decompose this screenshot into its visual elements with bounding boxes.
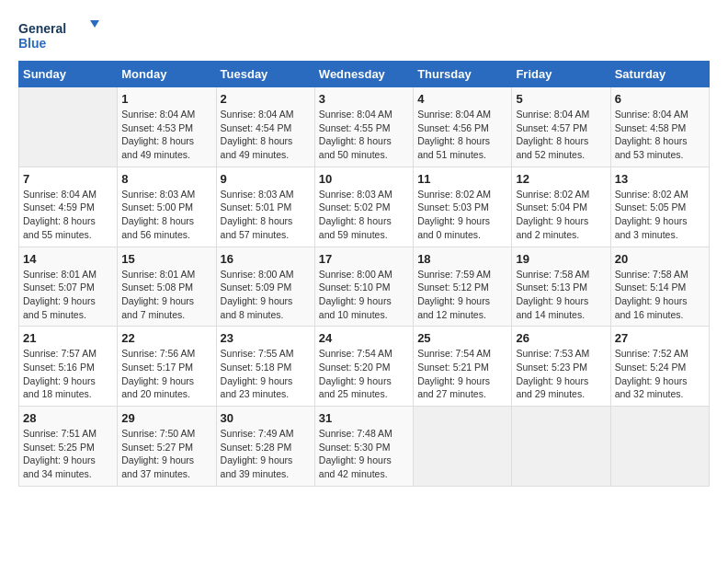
day-number: 4 — [417, 92, 507, 106]
header: General Blue — [18, 18, 710, 52]
day-cell: 25Sunrise: 7:54 AMSunset: 5:21 PMDayligh… — [414, 327, 512, 407]
day-cell: 14Sunrise: 8:01 AMSunset: 5:07 PMDayligh… — [19, 247, 118, 327]
day-info: Sunrise: 8:04 AMSunset: 4:57 PMDaylight:… — [516, 108, 606, 162]
day-number: 29 — [121, 411, 211, 425]
day-cell: 20Sunrise: 7:58 AMSunset: 5:14 PMDayligh… — [610, 247, 709, 327]
day-info: Sunrise: 8:04 AMSunset: 4:58 PMDaylight:… — [615, 108, 705, 162]
day-info: Sunrise: 8:03 AMSunset: 5:00 PMDaylight:… — [121, 188, 211, 242]
day-number: 28 — [23, 411, 113, 425]
day-cell: 15Sunrise: 8:01 AMSunset: 5:08 PMDayligh… — [118, 247, 216, 327]
day-number: 19 — [516, 252, 606, 266]
day-cell: 17Sunrise: 8:00 AMSunset: 5:10 PMDayligh… — [314, 247, 413, 327]
day-info: Sunrise: 8:00 AMSunset: 5:09 PMDaylight:… — [221, 268, 311, 322]
header-day-wednesday: Wednesday — [314, 62, 413, 87]
day-cell: 11Sunrise: 8:02 AMSunset: 5:03 PMDayligh… — [414, 167, 512, 247]
day-number: 23 — [221, 331, 311, 345]
day-info: Sunrise: 7:54 AMSunset: 5:20 PMDaylight:… — [319, 347, 409, 401]
day-number: 18 — [417, 252, 507, 266]
day-cell: 7Sunrise: 8:04 AMSunset: 4:59 PMDaylight… — [19, 167, 118, 247]
day-cell: 2Sunrise: 8:04 AMSunset: 4:54 PMDaylight… — [216, 87, 314, 167]
day-cell: 9Sunrise: 8:03 AMSunset: 5:01 PMDaylight… — [216, 167, 314, 247]
day-info: Sunrise: 8:04 AMSunset: 4:54 PMDaylight:… — [221, 108, 311, 162]
day-info: Sunrise: 7:56 AMSunset: 5:17 PMDaylight:… — [121, 347, 211, 401]
day-cell: 3Sunrise: 8:04 AMSunset: 4:55 PMDaylight… — [314, 87, 413, 167]
day-number: 20 — [615, 252, 705, 266]
day-cell: 27Sunrise: 7:52 AMSunset: 5:24 PMDayligh… — [610, 327, 709, 407]
day-cell: 12Sunrise: 8:02 AMSunset: 5:04 PMDayligh… — [512, 167, 610, 247]
day-info: Sunrise: 7:53 AMSunset: 5:23 PMDaylight:… — [516, 347, 606, 401]
day-cell: 18Sunrise: 7:59 AMSunset: 5:12 PMDayligh… — [414, 247, 512, 327]
day-cell: 5Sunrise: 8:04 AMSunset: 4:57 PMDaylight… — [512, 87, 610, 167]
day-info: Sunrise: 8:04 AMSunset: 4:56 PMDaylight:… — [417, 108, 507, 162]
day-number: 30 — [221, 411, 311, 425]
day-info: Sunrise: 8:01 AMSunset: 5:07 PMDaylight:… — [23, 268, 113, 322]
header-day-tuesday: Tuesday — [216, 62, 314, 87]
day-info: Sunrise: 8:02 AMSunset: 5:04 PMDaylight:… — [516, 188, 606, 242]
day-info: Sunrise: 7:59 AMSunset: 5:12 PMDaylight:… — [417, 268, 507, 322]
day-number: 31 — [319, 411, 409, 425]
day-cell: 8Sunrise: 8:03 AMSunset: 5:00 PMDaylight… — [118, 167, 216, 247]
header-day-monday: Monday — [118, 62, 216, 87]
day-number: 15 — [121, 252, 211, 266]
week-row-5: 28Sunrise: 7:51 AMSunset: 5:25 PMDayligh… — [19, 407, 710, 487]
day-number: 5 — [516, 92, 606, 106]
day-number: 17 — [319, 252, 409, 266]
day-number: 26 — [516, 331, 606, 345]
day-cell: 16Sunrise: 8:00 AMSunset: 5:09 PMDayligh… — [216, 247, 314, 327]
day-info: Sunrise: 7:52 AMSunset: 5:24 PMDaylight:… — [615, 347, 705, 401]
header-day-friday: Friday — [512, 62, 610, 87]
day-info: Sunrise: 8:02 AMSunset: 5:03 PMDaylight:… — [417, 188, 507, 242]
day-cell: 31Sunrise: 7:48 AMSunset: 5:30 PMDayligh… — [314, 407, 413, 487]
logo: General Blue — [18, 18, 101, 52]
day-info: Sunrise: 8:03 AMSunset: 5:01 PMDaylight:… — [221, 188, 311, 242]
day-info: Sunrise: 7:57 AMSunset: 5:16 PMDaylight:… — [23, 347, 113, 401]
day-number: 1 — [121, 92, 211, 106]
day-info: Sunrise: 8:02 AMSunset: 5:05 PMDaylight:… — [615, 188, 705, 242]
svg-marker-1 — [90, 20, 99, 28]
day-number: 2 — [221, 92, 311, 106]
day-cell: 4Sunrise: 8:04 AMSunset: 4:56 PMDaylight… — [414, 87, 512, 167]
day-info: Sunrise: 8:04 AMSunset: 4:59 PMDaylight:… — [23, 188, 113, 242]
day-info: Sunrise: 7:58 AMSunset: 5:14 PMDaylight:… — [615, 268, 705, 322]
day-number: 11 — [417, 172, 507, 186]
day-number: 10 — [319, 172, 409, 186]
day-cell: 21Sunrise: 7:57 AMSunset: 5:16 PMDayligh… — [19, 327, 118, 407]
day-number: 7 — [23, 172, 113, 186]
day-cell: 10Sunrise: 8:03 AMSunset: 5:02 PMDayligh… — [314, 167, 413, 247]
svg-text:General: General — [18, 21, 66, 36]
day-cell — [414, 407, 512, 487]
day-info: Sunrise: 8:04 AMSunset: 4:55 PMDaylight:… — [319, 108, 409, 162]
day-cell: 28Sunrise: 7:51 AMSunset: 5:25 PMDayligh… — [19, 407, 118, 487]
day-number: 25 — [417, 331, 507, 345]
day-cell: 30Sunrise: 7:49 AMSunset: 5:28 PMDayligh… — [216, 407, 314, 487]
svg-text:Blue: Blue — [18, 36, 47, 51]
day-number: 27 — [615, 331, 705, 345]
day-info: Sunrise: 7:55 AMSunset: 5:18 PMDaylight:… — [221, 347, 311, 401]
day-cell: 22Sunrise: 7:56 AMSunset: 5:17 PMDayligh… — [118, 327, 216, 407]
day-info: Sunrise: 8:04 AMSunset: 4:53 PMDaylight:… — [121, 108, 211, 162]
week-row-2: 7Sunrise: 8:04 AMSunset: 4:59 PMDaylight… — [19, 167, 710, 247]
day-info: Sunrise: 7:49 AMSunset: 5:28 PMDaylight:… — [221, 427, 311, 481]
day-cell: 23Sunrise: 7:55 AMSunset: 5:18 PMDayligh… — [216, 327, 314, 407]
day-number: 16 — [221, 252, 311, 266]
day-cell: 24Sunrise: 7:54 AMSunset: 5:20 PMDayligh… — [314, 327, 413, 407]
day-info: Sunrise: 8:00 AMSunset: 5:10 PMDaylight:… — [319, 268, 409, 322]
day-cell: 6Sunrise: 8:04 AMSunset: 4:58 PMDaylight… — [610, 87, 709, 167]
day-number: 12 — [516, 172, 606, 186]
day-number: 6 — [615, 92, 705, 106]
header-day-saturday: Saturday — [610, 62, 709, 87]
week-row-1: 1Sunrise: 8:04 AMSunset: 4:53 PMDaylight… — [19, 87, 710, 167]
week-row-4: 21Sunrise: 7:57 AMSunset: 5:16 PMDayligh… — [19, 327, 710, 407]
day-number: 21 — [23, 331, 113, 345]
day-cell: 1Sunrise: 8:04 AMSunset: 4:53 PMDaylight… — [118, 87, 216, 167]
day-cell: 29Sunrise: 7:50 AMSunset: 5:27 PMDayligh… — [118, 407, 216, 487]
day-number: 8 — [121, 172, 211, 186]
day-number: 3 — [319, 92, 409, 106]
day-number: 14 — [23, 252, 113, 266]
day-cell — [19, 87, 118, 167]
week-row-3: 14Sunrise: 8:01 AMSunset: 5:07 PMDayligh… — [19, 247, 710, 327]
day-cell: 26Sunrise: 7:53 AMSunset: 5:23 PMDayligh… — [512, 327, 610, 407]
logo-svg: General Blue — [18, 18, 101, 52]
day-info: Sunrise: 8:03 AMSunset: 5:02 PMDaylight:… — [319, 188, 409, 242]
day-number: 24 — [319, 331, 409, 345]
